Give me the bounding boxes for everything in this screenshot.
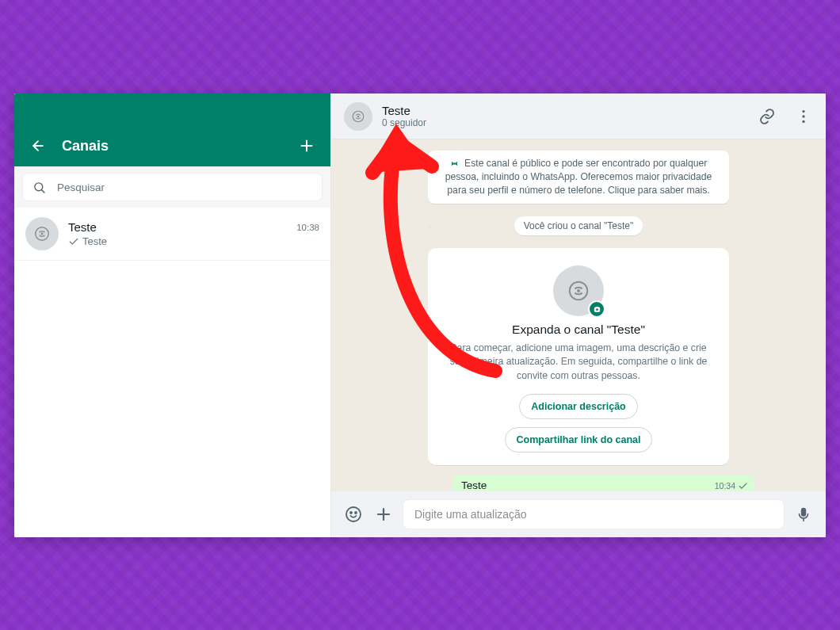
svg-point-18: [355, 512, 357, 514]
mic-button[interactable]: [792, 503, 815, 525]
copy-link-button[interactable]: [758, 107, 777, 126]
camera-icon: [593, 305, 601, 314]
sidebar-header: Canais: [14, 94, 330, 166]
svg-point-10: [802, 115, 804, 117]
search-box[interactable]: Pesquisar: [22, 173, 323, 201]
sidebar-title: Canais: [62, 138, 109, 155]
channel-item-preview: Teste: [82, 235, 107, 247]
smile-icon: [344, 505, 363, 524]
expand-card-desc: Para começar, adicione uma imagem, uma d…: [442, 342, 715, 383]
camera-badge[interactable]: [588, 300, 605, 318]
expand-card-avatar[interactable]: [553, 265, 604, 316]
attach-button[interactable]: [372, 503, 395, 525]
megaphone-icon: [33, 225, 51, 242]
svg-point-8: [357, 115, 359, 116]
channel-list: Teste 10:38 Teste: [14, 208, 330, 537]
expand-card: Expanda o canal "Teste" Para começar, ad…: [428, 248, 729, 465]
channel-list-item[interactable]: Teste 10:38 Teste: [14, 208, 330, 261]
chat-pane: Teste 0 seguidor Este canal é público e …: [331, 94, 826, 537]
emoji-button[interactable]: [342, 503, 365, 525]
svg-point-11: [802, 120, 804, 122]
message-bubble[interactable]: Teste 10:34: [453, 475, 754, 491]
svg-point-6: [41, 233, 44, 235]
arrow-left-icon: [30, 138, 46, 154]
svg-line-4: [42, 189, 44, 192]
message-time: 10:34: [715, 481, 735, 491]
chat-header-subtitle: 0 seguidor: [382, 117, 426, 128]
plus-icon: [298, 137, 315, 155]
svg-point-9: [802, 109, 804, 112]
composer: [331, 491, 826, 537]
svg-point-12: [453, 163, 454, 164]
plus-icon: [374, 505, 393, 524]
chat-header[interactable]: Teste 0 seguidor: [331, 94, 826, 139]
megaphone-icon: [351, 109, 365, 124]
chat-header-avatar: [344, 102, 372, 131]
broadcast-icon: [450, 159, 459, 168]
search-icon: [32, 181, 46, 194]
svg-point-15: [596, 308, 598, 311]
channel-item-body: Teste 10:38 Teste: [68, 220, 319, 247]
message-area: Este canal é público e pode ser encontra…: [331, 139, 826, 491]
check-icon: [68, 236, 79, 247]
search-row: Pesquisar: [14, 166, 330, 208]
channel-item-title: Teste: [68, 220, 97, 234]
channel-item-time: 10:38: [296, 223, 319, 232]
menu-button[interactable]: [794, 107, 813, 126]
channel-avatar: [25, 217, 59, 250]
kebab-menu-icon: [795, 108, 812, 125]
chat-header-title: Teste: [382, 104, 426, 117]
svg-point-17: [350, 512, 352, 514]
message-text: Teste: [461, 479, 487, 491]
expand-card-title: Expanda o canal "Teste": [442, 323, 715, 337]
chat-header-text: Teste 0 seguidor: [382, 104, 426, 128]
microphone-icon: [795, 506, 812, 523]
add-description-button[interactable]: Adicionar descrição: [519, 394, 638, 419]
back-button[interactable]: [29, 136, 48, 155]
search-placeholder: Pesquisar: [57, 181, 105, 193]
check-icon: [738, 481, 748, 491]
share-link-button[interactable]: Compartilhar link do canal: [505, 427, 653, 452]
sidebar: Canais Pesquisar Teste 10:38: [14, 94, 331, 537]
svg-point-16: [346, 507, 361, 521]
created-chip: Você criou o canal "Teste": [514, 216, 643, 235]
svg-point-14: [577, 289, 580, 292]
app-window: Canais Pesquisar Teste 10:38: [14, 94, 826, 537]
link-icon: [758, 108, 776, 125]
privacy-notice[interactable]: Este canal é público e pode ser encontra…: [428, 151, 729, 204]
new-channel-button[interactable]: [297, 136, 316, 155]
megaphone-icon: [567, 279, 590, 303]
composer-input[interactable]: [403, 499, 785, 529]
privacy-notice-text: Este canal é público e pode ser encontra…: [445, 158, 712, 196]
